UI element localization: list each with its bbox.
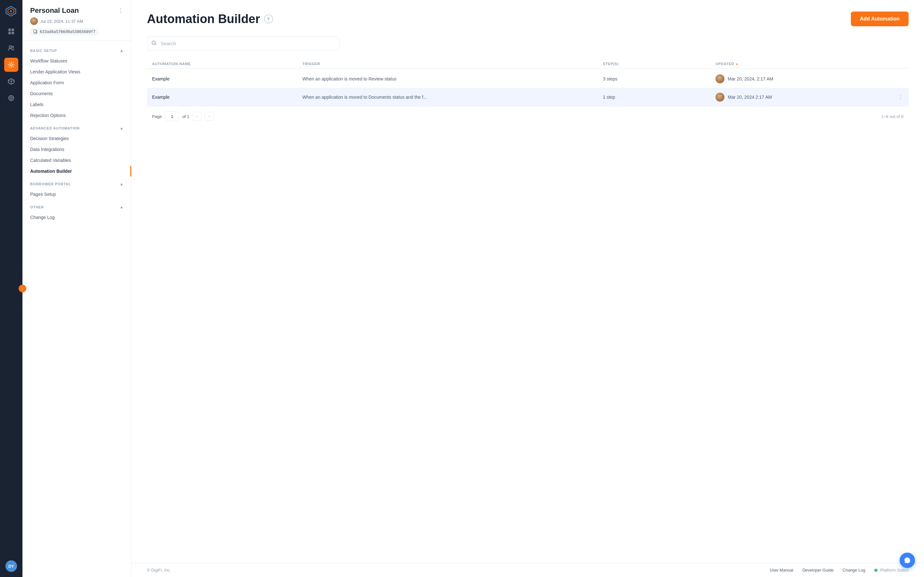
svg-point-2 [10,10,12,12]
page-of-label: of 1 [182,114,189,119]
icon-rail: DY › [0,0,23,577]
cube-icon[interactable] [4,74,18,89]
nav-item-data-integrations[interactable]: Data Integrations [23,144,131,155]
project-name: Personal Loan [30,6,79,15]
nav-item-change-log[interactable]: Change Log [23,212,131,223]
project-menu-icon[interactable]: ⋮ [118,7,124,14]
nav-item-rejection-options[interactable]: Rejection Options [23,110,131,121]
sidebar-nav: BASIC SETUP ▲ Workflow Statuses Lender A… [23,41,131,577]
nav-section-advanced-automation: ADVANCED AUTOMATION ▲ Decision Strategie… [23,123,131,177]
user-avatar-rail[interactable]: DY [5,560,17,572]
users-icon[interactable] [4,41,18,55]
nav-item-automation-builder[interactable]: Automation Builder [23,166,131,177]
nav-section-borrower-portal-header[interactable]: BORROWER PORTAL ▲ [23,179,131,189]
nav-item-application-form[interactable]: Application Form [23,77,131,88]
next-page-button[interactable]: › [205,112,214,121]
cell-automation-name: Example [152,95,302,100]
svg-point-7 [9,46,11,48]
pagination-range: 1–8 out of 8 [881,114,903,119]
borrower-portal-chevron: ▲ [120,182,124,186]
nav-section-borrower-portal: BORROWER PORTAL ▲ Pages Setup [23,179,131,200]
svg-rect-5 [8,32,11,34]
platform-status-label: Platform Status [880,568,909,572]
cell-updated: Mar 20, 2024, 2:17 AM [716,74,903,83]
page-content: Automation Builder ? Add Automation AUTO… [132,0,924,563]
nav-section-advanced-automation-header[interactable]: ADVANCED AUTOMATION ▲ [23,123,131,133]
project-id-text: 633ad4a5766d0a53865689f7 [40,29,95,34]
page-title: Automation Builder [147,12,260,26]
prev-page-button[interactable]: ‹ [192,112,202,121]
cell-trigger: When an application is moved to Document… [302,95,603,100]
help-icon[interactable]: ? [264,15,273,23]
nav-item-workflow-statuses[interactable]: Workflow Statuses [23,55,131,66]
app-logo[interactable] [5,5,18,18]
basic-setup-chevron: ▲ [120,48,124,53]
automations-table: AUTOMATION NAME TRIGGER STEP(S) UPDATED … [147,59,909,121]
nav-item-decision-strategies[interactable]: Decision Strategies [23,133,131,144]
main-content-area: Automation Builder ? Add Automation AUTO… [132,0,924,577]
target-icon[interactable] [4,91,18,105]
footer-link-change-log[interactable]: Change Log [843,568,865,572]
status-dot [874,569,877,572]
chat-button[interactable] [900,553,915,568]
sidebar-collapse-toggle[interactable]: › [19,285,26,292]
page-number-input[interactable] [165,111,179,121]
search-input[interactable] [147,37,339,50]
page-title-area: Automation Builder ? [147,12,273,26]
cell-trigger: When an application is moved to Review s… [302,76,603,81]
nav-item-labels[interactable]: Labels [23,99,131,110]
col-header-name: AUTOMATION NAME [152,62,302,66]
pagination: Page of 1 ‹ › 1–8 out of 8 [147,106,909,121]
main-footer: © DigiFi, Inc. User Manual Developer Gui… [132,563,924,577]
svg-point-9 [10,64,13,66]
nav-item-calculated-variables[interactable]: Calculated Variables [23,155,131,166]
nav-item-documents[interactable]: Documents [23,88,131,99]
borrower-portal-title: BORROWER PORTAL [30,182,71,186]
col-header-steps: STEP(S) [603,62,716,66]
svg-rect-6 [11,32,14,34]
basic-setup-title: BASIC SETUP [30,49,57,53]
table-row[interactable]: Example When an application is moved to … [147,88,909,106]
footer-copyright: © DigiFi, Inc. [147,568,171,572]
project-user-avatar [30,17,38,25]
col-header-trigger: TRIGGER [302,62,603,66]
updated-user-avatar [716,74,724,83]
grid-icon[interactable] [4,24,18,39]
nav-section-other: OTHER ▲ Change Log [23,202,131,223]
cell-steps: 1 step [603,95,716,100]
gear-icon[interactable] [4,58,18,72]
project-meta: Jul 23, 2024, 11:37 AM [30,17,124,25]
search-icon [152,40,157,47]
nav-section-basic-setup-header[interactable]: BASIC SETUP ▲ [23,46,131,55]
nav-section-basic-setup: BASIC SETUP ▲ Workflow Statuses Lender A… [23,46,131,121]
page-label: Page [152,114,162,119]
sort-indicator-updated: ▲ [735,62,738,65]
updated-user-avatar [716,93,724,102]
nav-item-lender-application-views[interactable]: Lender Application Views [23,66,131,77]
nav-section-other-header[interactable]: OTHER ▲ [23,202,131,212]
project-date: Jul 23, 2024, 11:37 AM [40,19,83,24]
footer-link-developer-guide[interactable]: Developer Guide [803,568,834,572]
advanced-automation-chevron: ▲ [120,126,124,131]
sidebar: Personal Loan ⋮ Jul 23, 2024, 11:37 AM 6… [23,0,132,577]
add-automation-button[interactable]: Add Automation [851,11,909,26]
table-header: AUTOMATION NAME TRIGGER STEP(S) UPDATED … [147,59,909,69]
advanced-automation-title: ADVANCED AUTOMATION [30,126,79,130]
nav-item-pages-setup[interactable]: Pages Setup [23,189,131,200]
sidebar-header: Personal Loan ⋮ Jul 23, 2024, 11:37 AM 6… [23,0,131,41]
cell-automation-name: Example [152,76,302,81]
project-id-badge[interactable]: 633ad4a5766d0a53865689f7 [30,28,99,35]
pagination-controls: Page of 1 ‹ › [152,111,214,121]
platform-status[interactable]: Platform Status [874,568,909,572]
svg-point-12 [11,98,12,99]
other-title: OTHER [30,205,44,209]
other-chevron: ▲ [120,205,124,210]
table-row[interactable]: Example When an application is moved to … [147,70,909,88]
svg-rect-4 [11,29,14,31]
footer-links: User Manual Developer Guide Change Log P… [770,568,909,572]
page-header: Automation Builder ? Add Automation [147,11,909,26]
cell-updated: Mar 20, 2024 2:17 AM ⋮ [716,93,903,102]
footer-link-user-manual[interactable]: User Manual [770,568,793,572]
row-menu-icon[interactable]: ⋮ [898,93,903,101]
col-header-updated[interactable]: UPDATED ▲ [716,62,903,66]
